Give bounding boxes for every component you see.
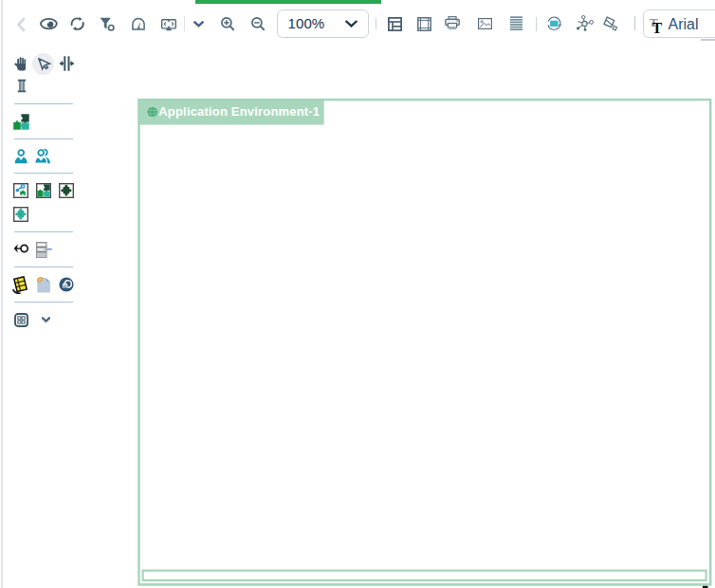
svg-text:Application Environment-1: Application Environment-1 xyxy=(158,104,320,119)
svg-text:T: T xyxy=(651,20,662,34)
